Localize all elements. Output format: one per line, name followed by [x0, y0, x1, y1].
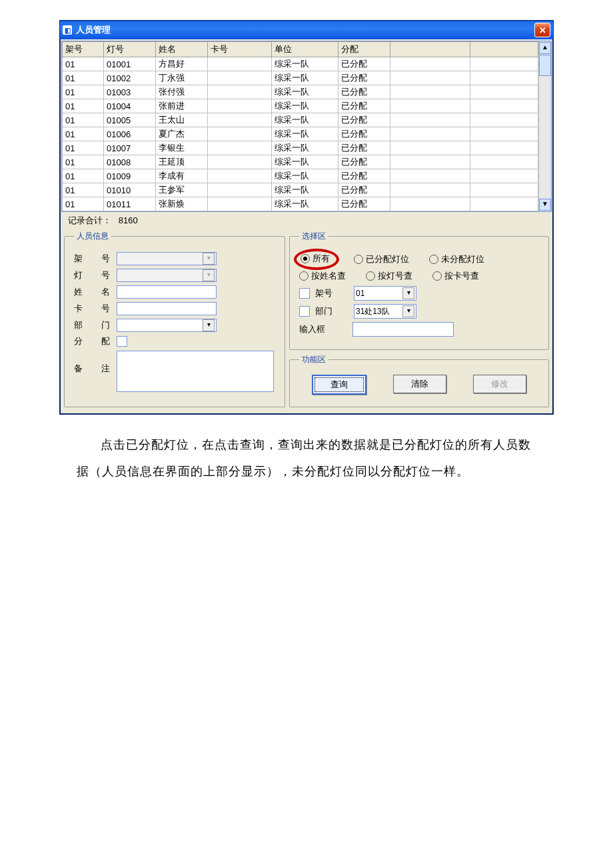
- alloc-checkbox[interactable]: [117, 336, 127, 347]
- input-box-label: 输入框: [299, 323, 347, 335]
- chevron-down-icon: ▾: [402, 305, 414, 317]
- table-cell: 已分配: [338, 197, 390, 211]
- personnel-window: ◧ 人员管理 ✕ 架号灯号姓名卡号单位分配 0101001方昌好综采一队已分配0…: [59, 20, 554, 415]
- radio-bylamp[interactable]: 按灯号查: [366, 270, 412, 282]
- table-cell: [208, 155, 272, 169]
- table-cell: 丁永强: [156, 71, 208, 85]
- name-input[interactable]: [117, 285, 217, 299]
- table-cell: [470, 113, 538, 127]
- rack-select[interactable]: 01 ▾: [354, 286, 416, 301]
- table-cell: 01: [63, 57, 104, 71]
- scroll-up-icon[interactable]: ▲: [539, 42, 551, 54]
- table-cell: 01006: [104, 127, 156, 141]
- table-cell: 综采一队: [272, 169, 338, 183]
- table-cell: 已分配: [338, 127, 390, 141]
- table-cell: [390, 183, 470, 197]
- alloc-label: 分 配: [74, 335, 111, 347]
- table-cell: [390, 99, 470, 113]
- radio-all-label: 所有: [312, 253, 330, 265]
- dept-combo[interactable]: ▾: [117, 319, 217, 332]
- radio-unassigned[interactable]: 未分配灯位: [429, 253, 484, 265]
- table-cell: 01: [63, 183, 104, 197]
- dept-select-value: 31处13队: [356, 306, 390, 317]
- table-row[interactable]: 0101001方昌好综采一队已分配: [63, 57, 538, 71]
- table-cell: 已分配: [338, 99, 390, 113]
- function-area-legend: 功能区: [299, 354, 328, 365]
- table-cell: 已分配: [338, 183, 390, 197]
- table-cell: 李成有: [156, 169, 208, 183]
- dept-checkbox[interactable]: [299, 306, 310, 317]
- person-info-legend: 人员信息: [74, 231, 111, 242]
- table-cell: [470, 141, 538, 155]
- rack-checkbox[interactable]: [299, 288, 310, 299]
- radio-bycard[interactable]: 按卡号查: [432, 270, 479, 282]
- memo-textarea[interactable]: [117, 351, 274, 392]
- query-input[interactable]: [352, 322, 454, 337]
- column-header[interactable]: [390, 42, 470, 57]
- table-cell: 01: [63, 71, 104, 85]
- record-total-value: 8160: [119, 215, 138, 225]
- table-cell: 已分配: [338, 155, 390, 169]
- scroll-thumb[interactable]: [539, 55, 551, 76]
- table-cell: 01003: [104, 85, 156, 99]
- data-grid[interactable]: 架号灯号姓名卡号单位分配 0101001方昌好综采一队已分配0101002丁永强…: [61, 41, 552, 212]
- table-row[interactable]: 0101004张前进综采一队已分配: [63, 99, 538, 113]
- table-cell: 01: [63, 127, 104, 141]
- table-cell: [208, 183, 272, 197]
- highlight-circle-icon: 所有: [294, 249, 339, 270]
- rack-select-value: 01: [356, 289, 364, 298]
- table-row[interactable]: 0101008王延顶综采一队已分配: [63, 155, 538, 169]
- table-cell: [208, 113, 272, 127]
- column-header[interactable]: 灯号: [104, 42, 156, 57]
- table-row[interactable]: 0101005王太山综采一队已分配: [63, 113, 538, 127]
- select-area-group: 选择区 所有 已分配灯位: [289, 231, 549, 350]
- table-cell: [470, 57, 538, 71]
- table-cell: [390, 85, 470, 99]
- table-row[interactable]: 0101003张付强综采一队已分配: [63, 85, 538, 99]
- table-cell: 王太山: [156, 113, 208, 127]
- scrollbar[interactable]: ▲ ▼: [538, 41, 551, 211]
- radio-all[interactable]: 所有: [301, 253, 330, 265]
- close-icon[interactable]: ✕: [534, 23, 550, 37]
- caption-text: 点击已分配灯位，在点击查询，查询出来的数据就是已分配灯位的所有人员数据（人员信息…: [77, 432, 536, 485]
- modify-button[interactable]: 修改: [473, 375, 526, 393]
- table-row[interactable]: 0101010王参军综采一队已分配: [63, 183, 538, 197]
- table-cell: [390, 197, 470, 211]
- table-cell: [390, 155, 470, 169]
- column-header[interactable]: 卡号: [208, 42, 272, 57]
- column-header[interactable]: 分配: [338, 42, 390, 57]
- clear-button[interactable]: 清除: [393, 375, 446, 393]
- table-row[interactable]: 0101011张新焕综采一队已分配: [63, 197, 538, 211]
- card-label: 卡 号: [74, 303, 111, 315]
- column-header[interactable]: 架号: [63, 42, 104, 57]
- table-row[interactable]: 0101007李银生综采一队已分配: [63, 141, 538, 155]
- table-cell: 01005: [104, 113, 156, 127]
- person-info-group: 人员信息 架 号 ▾ 灯 号 ▾ 姓 名 卡 号: [64, 231, 285, 407]
- table-row[interactable]: 0101002丁永强综采一队已分配: [63, 71, 538, 85]
- radio-unassigned-label: 未分配灯位: [441, 253, 484, 265]
- radio-assigned[interactable]: 已分配灯位: [354, 253, 409, 265]
- query-button[interactable]: 查询: [312, 375, 366, 395]
- radio-bylamp-label: 按灯号查: [378, 270, 412, 282]
- column-header[interactable]: 单位: [272, 42, 338, 57]
- table-row[interactable]: 0101009李成有综采一队已分配: [63, 169, 538, 183]
- record-total: 记录合计： 8160: [61, 212, 552, 229]
- scroll-down-icon[interactable]: ▼: [539, 199, 551, 211]
- dept-select[interactable]: 31处13队 ▾: [354, 304, 416, 319]
- lamp-combo[interactable]: ▾: [117, 269, 217, 282]
- table-cell: 01002: [104, 71, 156, 85]
- rack-combo[interactable]: ▾: [117, 252, 217, 265]
- column-header[interactable]: 姓名: [156, 42, 208, 57]
- table-cell: [470, 169, 538, 183]
- table-cell: [208, 169, 272, 183]
- card-input[interactable]: [117, 302, 217, 315]
- table-cell: 01: [63, 155, 104, 169]
- titlebar[interactable]: ◧ 人员管理 ✕: [60, 21, 553, 39]
- column-header[interactable]: [470, 42, 538, 57]
- radio-byname[interactable]: 按姓名查: [299, 270, 346, 282]
- table-cell: [390, 169, 470, 183]
- table-cell: 综采一队: [272, 57, 338, 71]
- table-row[interactable]: 0101006夏广杰综采一队已分配: [63, 127, 538, 141]
- table-cell: 王延顶: [156, 155, 208, 169]
- radio-icon: [354, 255, 363, 264]
